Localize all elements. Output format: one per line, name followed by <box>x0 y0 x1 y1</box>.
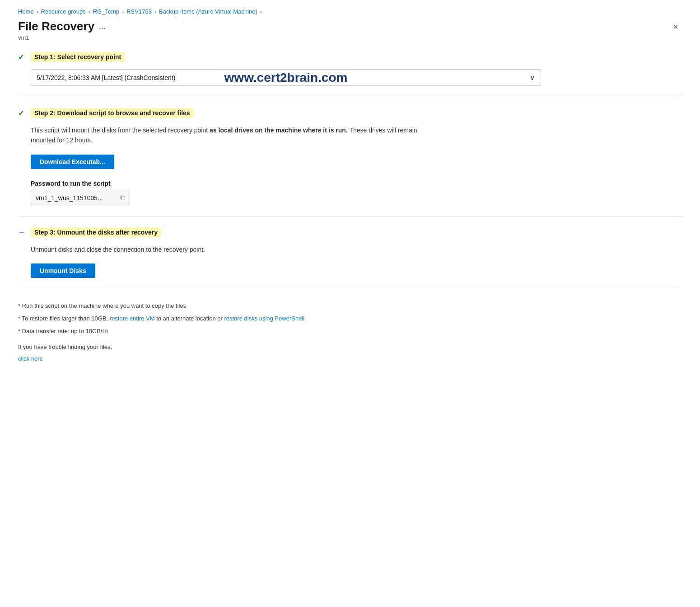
unmount-disks-button[interactable]: Unmount Disks <box>31 264 95 278</box>
divider-2 <box>18 216 682 216</box>
breadcrumb: Home › Resource groups › RG_Temp › RSV17… <box>18 8 682 15</box>
breadcrumb-home[interactable]: Home <box>18 8 34 15</box>
step2-label: Step 2: Download script to browse and re… <box>31 108 194 118</box>
step2-checkmark: ✓ <box>18 109 27 118</box>
step3-description: Unmount disks and close the connection t… <box>31 245 437 254</box>
vm-subtitle: vm1 <box>18 34 682 41</box>
find-files-section: If you have trouble finding your files, … <box>18 342 682 364</box>
ellipsis-menu[interactable]: ... <box>99 22 106 31</box>
password-value: vm1_1_wus_1151005... <box>36 194 117 202</box>
download-executable-button[interactable]: Download Executab... <box>31 155 114 169</box>
breadcrumb-backup-items[interactable]: Backup Items (Azure Virtual Machine) <box>159 8 257 15</box>
step2-description: This script will mount the disks from th… <box>31 125 437 146</box>
copy-icon[interactable]: ⧉ <box>120 194 125 202</box>
divider-3 <box>18 289 682 289</box>
recovery-point-value: 5/17/2022, 8:06:33 AM [Latest] (CrashCon… <box>37 74 175 81</box>
dropdown-arrow-icon: ∨ <box>530 73 535 82</box>
breadcrumb-rg-temp[interactable]: RG_Temp <box>93 8 120 15</box>
restore-vm-link[interactable]: restore entire VM <box>110 315 155 322</box>
step3-label: Step 3: Unmount the disks after recovery <box>31 227 161 237</box>
password-label: Password to run the script <box>31 180 682 187</box>
step1-label: Step 1: Select recovery point <box>31 52 125 62</box>
note3: * Data transfer rate: up to 10GB/Hr <box>18 325 682 337</box>
note2: * To restore files larger than 10GB, res… <box>18 313 682 325</box>
find-files-text: If you have trouble finding your files, <box>18 342 682 352</box>
page-title: File Recovery ... <box>18 19 106 33</box>
restore-disks-link[interactable]: restore disks using PowerShell <box>224 315 304 322</box>
step1-section: ✓ Step 1: Select recovery point 5/17/202… <box>18 52 682 86</box>
step3-section: → Step 3: Unmount the disks after recove… <box>18 227 682 278</box>
notes-section: * Run this script on the machine where y… <box>18 300 682 364</box>
click-here-link[interactable]: click here <box>18 355 43 362</box>
close-button[interactable]: × <box>669 20 682 33</box>
recovery-point-dropdown[interactable]: 5/17/2022, 8:06:33 AM [Latest] (CrashCon… <box>31 69 541 86</box>
divider-1 <box>18 97 682 97</box>
password-field: vm1_1_wus_1151005... ⧉ <box>31 191 130 205</box>
watermark: www.cert2brain.com <box>224 71 348 85</box>
step3-arrow-icon: → <box>18 228 27 236</box>
breadcrumb-rsv1753[interactable]: RSV1753 <box>126 8 152 15</box>
step1-checkmark: ✓ <box>18 53 27 61</box>
step2-section: ✓ Step 2: Download script to browse and … <box>18 108 682 205</box>
breadcrumb-resource-groups[interactable]: Resource groups <box>41 8 86 15</box>
note1: * Run this script on the machine where y… <box>18 300 682 312</box>
